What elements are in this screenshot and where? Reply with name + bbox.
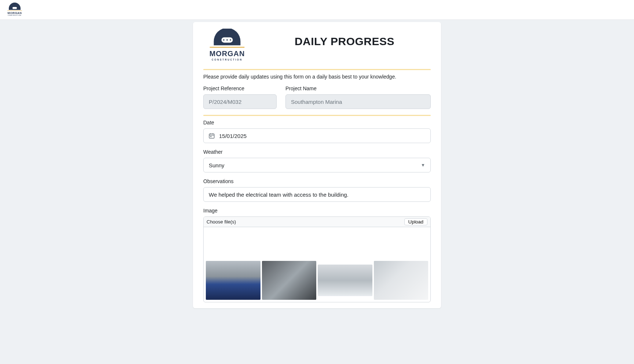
intro-text: Please provide daily updates using this … [203, 74, 431, 80]
divider [203, 69, 431, 70]
svg-text:CONSTRUCTION: CONSTRUCTION [212, 58, 243, 61]
svg-point-7 [230, 39, 231, 41]
svg-point-5 [223, 39, 225, 41]
image-thumbnail[interactable] [318, 265, 372, 296]
image-upload-box: Choose file(s) Upload [203, 216, 431, 302]
image-label: Image [203, 208, 431, 214]
svg-point-6 [226, 39, 228, 41]
svg-rect-15 [210, 136, 211, 137]
choose-files-label[interactable]: Choose file(s) [207, 219, 236, 225]
chevron-down-icon: ▼ [421, 163, 425, 168]
project-name-field: Southampton Marina [285, 94, 431, 109]
form-header: MORGAN CONSTRUCTION DAILY PROGRESS [203, 26, 431, 68]
image-thumbnail[interactable] [206, 261, 260, 300]
brand-logo-small: MORGAN CONSTRUCTION [6, 3, 23, 17]
calendar-icon [208, 132, 215, 139]
project-reference-field: P/2024/M032 [203, 94, 277, 109]
image-thumbnail[interactable] [262, 261, 317, 300]
observations-label: Observations [203, 178, 431, 184]
form-card: MORGAN CONSTRUCTION DAILY PROGRESS Pleas… [193, 22, 441, 308]
svg-rect-11 [209, 134, 214, 138]
date-label: Date [203, 120, 431, 125]
svg-text:MORGAN: MORGAN [8, 11, 22, 15]
topbar: MORGAN CONSTRUCTION [0, 0, 634, 20]
svg-rect-0 [12, 7, 17, 9]
observations-input[interactable] [203, 187, 431, 202]
divider [203, 115, 431, 116]
image-thumbnail[interactable] [374, 261, 429, 300]
project-name-label: Project Name [285, 85, 431, 91]
svg-text:CONSTRUCTION: CONSTRUCTION [8, 15, 22, 16]
image-thumbnails [204, 227, 430, 302]
form-title: DAILY PROGRESS [258, 29, 431, 48]
weather-value: Sunny [209, 162, 225, 168]
svg-text:MORGAN: MORGAN [209, 50, 245, 58]
upload-button[interactable]: Upload [404, 218, 427, 225]
brand-logo-large: MORGAN CONSTRUCTION [203, 29, 251, 65]
weather-label: Weather [203, 149, 431, 155]
project-reference-label: Project Reference [203, 85, 277, 91]
page: MORGAN CONSTRUCTION DAILY PROGRESS Pleas… [0, 20, 634, 323]
date-input[interactable] [203, 128, 431, 143]
weather-select[interactable]: Sunny ▼ [203, 158, 431, 172]
